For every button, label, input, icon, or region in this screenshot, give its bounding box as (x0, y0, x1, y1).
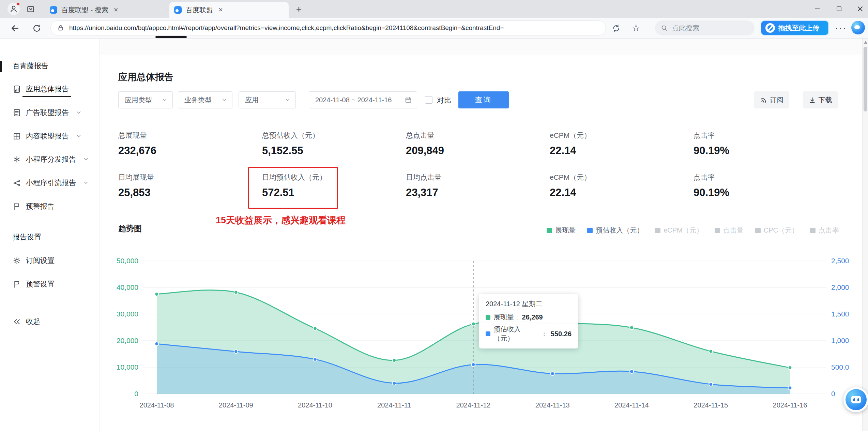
legend-item-0[interactable]: 展现量 (547, 226, 576, 235)
sync-icon (612, 24, 621, 33)
legend-swatch (810, 228, 816, 233)
browser-window: 百度联盟 - 搜索 × 百度联盟 × + (0, 0, 868, 431)
date-range-picker[interactable]: 2024-11-08 ~ 2024-11-16 (309, 91, 417, 108)
legend-item-5[interactable]: 点击率 (810, 226, 839, 235)
netdisk-logo-icon (765, 23, 775, 33)
subscribe-button[interactable]: 订阅 (754, 91, 789, 108)
copilot-floating-button[interactable] (843, 387, 868, 412)
stat-value: 5,152.55 (262, 145, 405, 157)
data-point-1-0 (155, 342, 159, 346)
data-point-0-6 (630, 326, 634, 329)
data-point-1-1 (234, 350, 238, 353)
sidebar-section-settings: 报告设置 (13, 232, 41, 242)
app-select[interactable]: 应用 (239, 91, 296, 108)
left-axis-tick: 0 (134, 390, 138, 398)
tab-close-icon[interactable]: × (217, 5, 224, 14)
refresh-icon (32, 24, 42, 33)
share-nodes-icon (13, 179, 21, 187)
sidebar-item-ad-union-report[interactable]: 广告联盟报告 (0, 106, 100, 119)
subscribe-rss-icon (760, 96, 767, 104)
sidebar-item-subscription-settings[interactable]: 订阅设置 (0, 254, 100, 267)
tab-actions-button[interactable] (26, 4, 35, 14)
tab-title: 百度联盟 (186, 5, 213, 15)
quick-search-box[interactable]: 点此搜索 (655, 20, 755, 35)
select-value: 业务类型 (184, 95, 212, 105)
data-point-0-4 (472, 322, 475, 326)
download-button[interactable]: 下载 (803, 91, 838, 108)
baidu-union-favicon (50, 6, 57, 14)
browser-tab-2-active[interactable]: 百度联盟 × (169, 2, 289, 18)
person-icon (9, 4, 18, 13)
legend-item-4[interactable]: CPC（元） (755, 226, 798, 235)
back-button[interactable] (9, 22, 21, 34)
legend-item-3[interactable]: 点击量 (715, 226, 744, 235)
sidebar-section-report: 百青藤报告 (13, 61, 48, 71)
sidebar-item-content-union-report[interactable]: 内容联盟报告 (0, 129, 100, 143)
annotation-highlight-box (248, 167, 338, 209)
stat-total-clicks: 总点击量 209,849 (406, 131, 549, 157)
refresh-button[interactable] (31, 22, 43, 34)
copilot-toolbar-icon[interactable] (851, 21, 865, 34)
stat-label: 总点击量 (406, 131, 549, 140)
stat-label: 日均展现量 (118, 173, 261, 182)
favorites-star-button[interactable]: ☆ (630, 21, 642, 35)
scrollbar-up-arrow[interactable] (864, 41, 867, 44)
window-minimize-button[interactable] (809, 2, 825, 16)
stat-label: eCPM（元） (550, 131, 693, 140)
sidebar-item-app-overall-report[interactable]: 应用总体报告 (0, 82, 100, 96)
x-axis-label: 2024-11-11 (377, 401, 411, 409)
tab-close-icon[interactable]: × (112, 5, 120, 14)
sidebar-item-label: 内容联盟报告 (26, 131, 69, 141)
legend-item-1[interactable]: 预估收入（元） (587, 226, 643, 235)
browser-tab-1[interactable]: 百度联盟 - 搜索 × (45, 3, 165, 17)
tooltip-separator: : (517, 313, 519, 321)
contrast-checkbox[interactable] (425, 96, 432, 104)
x-axis-label: 2024-11-15 (694, 401, 728, 409)
legend-item-2[interactable]: eCPM（元） (655, 226, 703, 235)
query-button[interactable]: 查询 (458, 91, 509, 108)
netdisk-upload-button[interactable]: 拖拽至此上传 (761, 20, 829, 35)
browser-menu-button[interactable]: ··· (834, 22, 848, 34)
left-axis-tick: 40,000 (117, 283, 138, 291)
left-axis-tick: 20,000 (117, 337, 138, 344)
tooltip-date: 2024-11-12 星期二 (486, 299, 572, 309)
x-axis-label: 2024-11-08 (140, 401, 174, 409)
stat-ctr: 点击率 90.19% (694, 131, 837, 157)
window-maximize-button[interactable] (831, 2, 847, 16)
data-point-0-3 (392, 358, 396, 362)
document-lines-icon (13, 108, 21, 117)
subscribe-label: 订阅 (770, 95, 783, 105)
scrollbar-thumb[interactable] (864, 47, 867, 112)
minimize-icon (813, 5, 821, 13)
legend-label: eCPM（元） (664, 226, 703, 235)
sidebar-item-miniapp-distribution-report[interactable]: 小程序分发报告 (0, 152, 100, 166)
stat-total-income: 总预估收入（元） 5,152.55 (262, 131, 405, 157)
stat-value: 209,849 (406, 145, 549, 157)
stat-ecpm: eCPM（元） 22.14 (550, 131, 693, 157)
app-type-select[interactable]: 应用类型 (118, 91, 173, 108)
chevron-down-icon (76, 133, 82, 139)
stat-total-impressions: 总展现量 232,676 (118, 131, 261, 157)
section-title: 报告设置 (13, 232, 41, 242)
sidebar-collapse-button[interactable]: 收起 (0, 315, 100, 328)
chevron-down-icon (285, 97, 291, 103)
data-point-1-5 (551, 372, 554, 375)
sidebar-item-alert-settings[interactable]: 预警设置 (0, 277, 100, 291)
tab-title: 百度联盟 - 搜索 (61, 5, 108, 15)
page-scrollbar[interactable] (862, 39, 868, 431)
page-content: 百青藤报告 应用总体报告 广告联盟报告 内容联盟报告 (0, 39, 868, 431)
stat-value: 232,676 (118, 145, 261, 157)
stat-daily-ctr: 点击率 90.19% (694, 173, 837, 199)
sync-button[interactable] (610, 22, 622, 34)
x-axis-label: 2024-11-16 (773, 401, 807, 409)
sidebar-item-alert-report[interactable]: 预警报告 (0, 199, 100, 213)
biz-type-select[interactable]: 业务类型 (178, 91, 232, 108)
window-close-button[interactable] (852, 2, 868, 16)
new-tab-button[interactable]: + (294, 4, 304, 14)
query-button-label: 查询 (475, 96, 492, 104)
sidebar-item-miniapp-traffic-report[interactable]: 小程序引流报告 (0, 176, 100, 190)
address-bar[interactable]: https://union.baidu.com/bqt/appco.html#/… (50, 20, 606, 35)
contrast-label[interactable]: 对比 (437, 95, 451, 105)
sidebar-item-label: 小程序引流报告 (26, 178, 76, 188)
site-info-icon[interactable] (57, 24, 64, 32)
